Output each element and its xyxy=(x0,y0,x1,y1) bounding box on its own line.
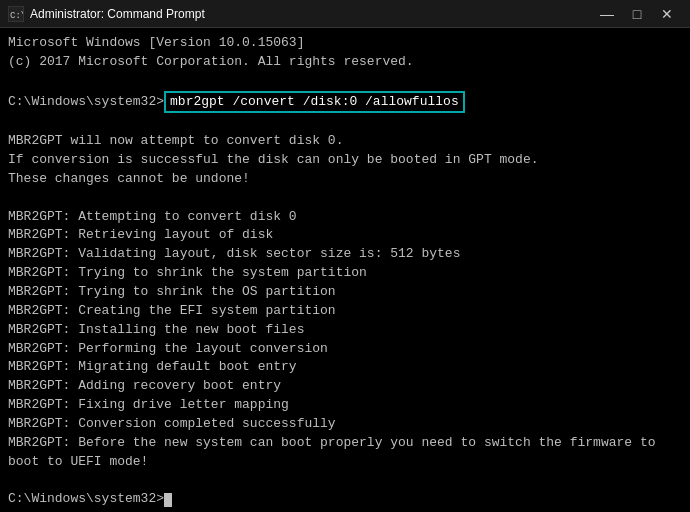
mbr-line-3: MBR2GPT: Validating layout, disk sector … xyxy=(8,245,682,264)
window-title: Administrator: Command Prompt xyxy=(30,7,205,21)
mbr-line-14: boot to UEFI mode! xyxy=(8,453,682,472)
final-prompt-line: C:\Windows\system32> xyxy=(8,490,682,509)
mbr-line-6: MBR2GPT: Creating the EFI system partiti… xyxy=(8,302,682,321)
output-line-2: If conversion is successful the disk can… xyxy=(8,151,682,170)
close-button[interactable]: ✕ xyxy=(652,0,682,28)
mbr-line-7: MBR2GPT: Installing the new boot files xyxy=(8,321,682,340)
cmd-icon: C:\ xyxy=(8,6,24,22)
output-line-1: MBR2GPT will now attempt to convert disk… xyxy=(8,132,682,151)
blank-2 xyxy=(8,113,682,132)
mbr-line-12: MBR2GPT: Conversion completed successful… xyxy=(8,415,682,434)
prompt: C:\Windows\system32> xyxy=(8,93,164,112)
mbr-line-8: MBR2GPT: Performing the layout conversio… xyxy=(8,340,682,359)
mbr-line-9: MBR2GPT: Migrating default boot entry xyxy=(8,358,682,377)
mbr-line-11: MBR2GPT: Fixing drive letter mapping xyxy=(8,396,682,415)
maximize-button[interactable]: □ xyxy=(622,0,652,28)
output-line-3: These changes cannot be undone! xyxy=(8,170,682,189)
mbr-line-2: MBR2GPT: Retrieving layout of disk xyxy=(8,226,682,245)
minimize-button[interactable]: — xyxy=(592,0,622,28)
command-line: C:\Windows\system32>mbr2gpt /convert /di… xyxy=(8,91,682,114)
mbr-line-4: MBR2GPT: Trying to shrink the system par… xyxy=(8,264,682,283)
command-text: mbr2gpt /convert /disk:0 /allowfullos xyxy=(164,91,465,114)
mbr-line-13: MBR2GPT: Before the new system can boot … xyxy=(8,434,682,453)
blank-1 xyxy=(8,72,682,91)
mbr-line-5: MBR2GPT: Trying to shrink the OS partiti… xyxy=(8,283,682,302)
blank-3 xyxy=(8,189,682,208)
terminal: Microsoft Windows [Version 10.0.15063] (… xyxy=(0,28,690,512)
cursor xyxy=(164,493,172,507)
svg-text:C:\: C:\ xyxy=(10,11,23,21)
title-bar: C:\ Administrator: Command Prompt — □ ✕ xyxy=(0,0,690,28)
final-prompt: C:\Windows\system32> xyxy=(8,490,164,509)
blank-4 xyxy=(8,471,682,490)
mbr-line-1: MBR2GPT: Attempting to convert disk 0 xyxy=(8,208,682,227)
copyright-line: (c) 2017 Microsoft Corporation. All righ… xyxy=(8,53,682,72)
windows-version: Microsoft Windows [Version 10.0.15063] xyxy=(8,34,682,53)
mbr-line-10: MBR2GPT: Adding recovery boot entry xyxy=(8,377,682,396)
title-bar-controls: — □ ✕ xyxy=(592,0,682,28)
title-bar-left: C:\ Administrator: Command Prompt xyxy=(8,6,205,22)
